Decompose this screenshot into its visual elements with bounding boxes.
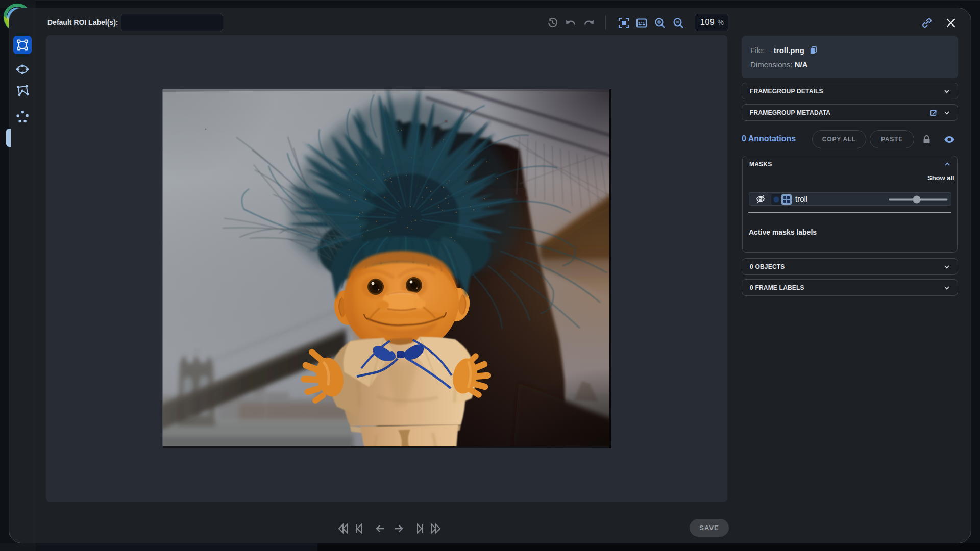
svg-text:1:1: 1:1 [638, 20, 645, 26]
